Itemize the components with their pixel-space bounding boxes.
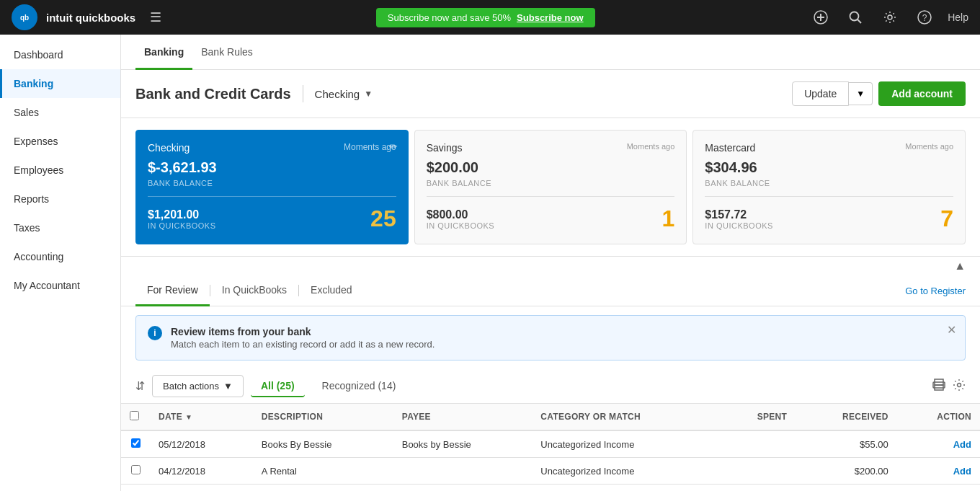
account-cards: Checking ✏ $-3,621.93 BANK BALANCE Momen… [121,118,980,256]
th-date[interactable]: DATE ▼ [150,404,253,431]
select-all-checkbox[interactable] [130,411,139,420]
row-checkbox-cell[interactable] [121,430,150,458]
sidebar-item-banking[interactable]: Banking [0,69,120,98]
update-dropdown-button[interactable]: ▼ [849,82,873,105]
header-actions: Update ▼ Add account [792,81,966,106]
tab-bar: Banking Bank Rules [121,35,980,70]
sidebar-item-my-accountant[interactable]: My Accountant [0,271,120,300]
info-text: Review items from your bank Match each i… [171,326,435,350]
card-qb-row-savings: $800.00 IN QUICKBOOKS 1 [427,205,675,232]
card-qb-label-mastercard: IN QUICKBOOKS [705,221,773,230]
row-spent-1 [720,458,796,485]
page-header: Bank and Credit Cards Checking ▼ Update … [121,70,980,118]
print-icon[interactable] [932,379,945,394]
filter-arrow-icon: ▼ [364,89,373,99]
go-to-register-link[interactable]: Go to Register [905,286,966,296]
info-subtitle: Match each item to an existing record or… [171,339,435,350]
th-category[interactable]: CATEGORY OR MATCH [532,404,720,431]
card-timestamp-savings: Moments ago [627,142,675,151]
info-close-button[interactable]: ✕ [947,323,956,337]
th-description[interactable]: DESCRIPTION [253,404,393,431]
account-card-mastercard[interactable]: Mastercard Moments ago $304.96 BANK BALA… [692,130,966,244]
th-received[interactable]: RECEIVED [796,404,897,431]
batch-actions-arrow-icon: ▼ [223,381,233,392]
row-received-0: $55.00 [796,430,897,458]
settings-icon[interactable] [878,6,901,29]
collapse-icon: ▲ [954,260,966,273]
sidebar-item-reports[interactable]: Reports [0,185,120,213]
card-qb-amount-mastercard: $157.72 [705,208,773,221]
table-header-row: DATE ▼ DESCRIPTION PAYEE CATEGORY OR MAT… [121,404,980,431]
filter-label: Checking [315,88,360,100]
th-action[interactable]: ACTION [897,404,980,431]
section-tab-excluded[interactable]: Excluded [299,275,364,306]
top-nav: qb intuit quickbooks ☰ Subscribe now and… [0,0,980,35]
row-checkbox-0[interactable] [131,438,141,448]
row-description-0: Books By Bessie [253,430,393,458]
content-area: Banking Bank Rules Bank and Credit Cards… [121,35,980,491]
add-account-button[interactable]: Add account [878,81,966,106]
transaction-rows: 05/12/2018 Books By Bessie Books by Bess… [121,430,980,485]
row-action-0[interactable]: Add [897,430,980,458]
svg-text:?: ? [922,13,927,23]
promo-banner: Subscribe now and save 50% Subscribe now [376,8,595,27]
section-tab-in-quickbooks[interactable]: In QuickBooks [210,275,298,306]
card-timestamp-checking: Moments ago [344,142,396,152]
card-bank-label-checking: BANK BALANCE [148,179,396,187]
account-card-savings[interactable]: Savings Moments ago $200.00 BANK BALANCE… [414,130,687,244]
card-qb-amount-savings: $800.00 [427,208,495,221]
row-action-1[interactable]: Add [897,458,980,485]
th-payee[interactable]: PAYEE [393,404,533,431]
card-qb-amount-checking: $1,201.00 [148,208,216,221]
card-balance-savings: $200.00 [427,159,675,176]
section-tab-for-review[interactable]: For Review [135,275,210,306]
sidebar-item-expenses[interactable]: Expenses [0,127,120,156]
account-filter-dropdown[interactable]: Checking ▼ [315,88,373,100]
date-sort-arrow-icon: ▼ [185,413,192,421]
svg-point-5 [850,12,859,21]
card-balance-checking: $-3,621.93 [148,159,396,176]
tab-banking[interactable]: Banking [135,35,192,70]
th-spent[interactable]: SPENT [720,404,796,431]
transactions-toolbar: ⇵ Batch actions ▼ All (25) Recognized (1… [121,369,980,403]
search-icon[interactable] [844,6,867,29]
filter-tab-all[interactable]: All (25) [251,376,305,397]
info-banner: i Review items from your bank Match each… [135,315,966,360]
row-received-1: $200.00 [796,458,897,485]
row-checkbox-1[interactable] [131,465,141,474]
row-category-1: Uncategorized Income [532,458,720,485]
collapse-cards-button[interactable]: ▲ [121,256,980,275]
sidebar: Dashboard Banking Sales Expenses Employe… [0,35,121,491]
logo-icon: qb [12,4,37,30]
svg-point-13 [941,384,943,386]
sidebar-item-dashboard[interactable]: Dashboard [0,40,120,69]
account-card-checking[interactable]: Checking ✏ $-3,621.93 BANK BALANCE Momen… [135,130,409,244]
help-label[interactable]: Help [948,12,968,23]
sidebar-item-sales[interactable]: Sales [0,98,120,127]
sidebar-item-accounting[interactable]: Accounting [0,242,120,271]
card-divider-savings [427,196,675,197]
add-icon[interactable] [809,6,832,29]
th-select-all[interactable] [121,404,150,431]
nav-icons: ? Help [809,6,968,29]
sidebar-item-employees[interactable]: Employees [0,156,120,185]
sort-icon[interactable]: ⇵ [135,379,145,393]
page-title: Bank and Credit Cards [135,86,291,102]
sidebar-item-taxes[interactable]: Taxes [0,213,120,242]
header-divider [303,85,303,102]
card-bank-label-savings: BANK BALANCE [427,179,675,187]
row-date-1: 04/12/2018 [150,458,253,485]
help-icon[interactable]: ? [913,6,936,29]
update-button[interactable]: Update [792,81,849,106]
hamburger-icon[interactable]: ☰ [150,9,161,25]
row-checkbox-cell[interactable] [121,458,150,485]
batch-actions-button[interactable]: Batch actions ▼ [152,375,244,397]
row-spent-0 [720,430,796,458]
settings-icon-tx[interactable] [953,379,966,394]
row-date-0: 05/12/2018 [150,430,253,458]
tab-bank-rules[interactable]: Bank Rules [192,35,262,70]
promo-subscribe-button[interactable]: Subscribe now [517,12,583,23]
promo-text: Subscribe now and save 50% [388,12,511,23]
filter-tab-recognized[interactable]: Recognized (14) [312,376,406,397]
logo-text: intuit quickbooks [46,12,135,24]
